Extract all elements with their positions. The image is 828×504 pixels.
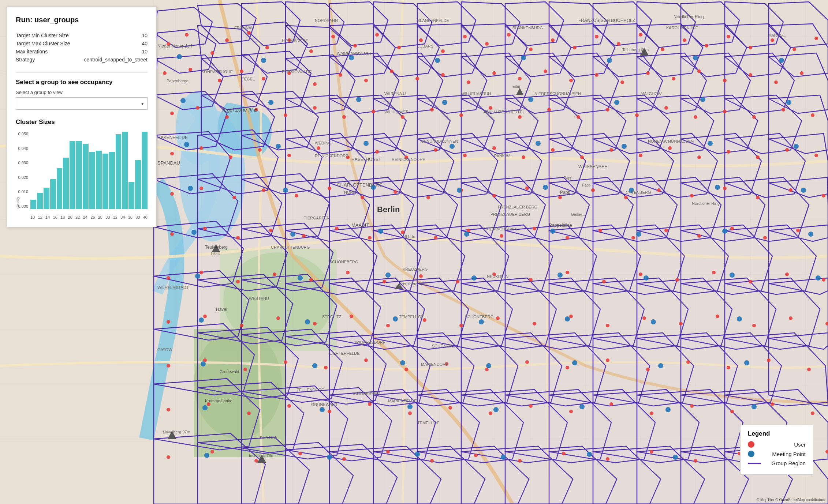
param-value: 10 — [77, 48, 148, 56]
svg-text:Krumme Lanke: Krumme Lanke — [205, 399, 232, 403]
svg-point-268 — [697, 155, 701, 159]
chart-bar — [128, 182, 134, 209]
svg-point-336 — [276, 316, 280, 320]
svg-point-415 — [614, 100, 619, 105]
svg-point-188 — [551, 38, 555, 42]
svg-point-445 — [471, 275, 477, 281]
svg-point-197 — [749, 46, 752, 49]
svg-point-423 — [622, 144, 627, 149]
svg-point-322 — [456, 280, 459, 283]
svg-point-363 — [606, 358, 609, 362]
svg-point-365 — [686, 360, 690, 364]
svg-point-314 — [167, 276, 170, 280]
svg-point-429 — [457, 188, 462, 193]
chart-bar — [89, 152, 95, 209]
svg-point-442 — [195, 274, 200, 279]
svg-text:LICHTENBERG: LICHTENBERG — [622, 190, 651, 195]
svg-point-285 — [558, 196, 562, 199]
svg-point-362 — [566, 366, 569, 369]
svg-text:FROHNAU: FROHNAU — [234, 26, 254, 30]
param-label: Target Max Cluster Size — [16, 40, 77, 48]
svg-point-225 — [774, 80, 778, 84]
x-tick-label: 24 — [83, 215, 87, 219]
svg-point-438 — [550, 229, 555, 234]
svg-text:HASELHORST: HASELHORST — [351, 157, 381, 162]
svg-point-377 — [489, 411, 492, 415]
group-select-wrapper: ▾ — [16, 97, 148, 110]
svg-point-380 — [609, 402, 613, 406]
svg-text:Havelberg 97m: Havelberg 97m — [163, 430, 190, 434]
x-tick-label: 28 — [98, 215, 102, 219]
svg-point-190 — [595, 35, 598, 38]
legend-title: Legend — [748, 430, 806, 437]
svg-point-232 — [313, 106, 317, 110]
group-select-label: Select a group to view — [16, 90, 148, 95]
svg-text:Gerlier...: Gerlier... — [571, 212, 585, 217]
svg-point-375 — [408, 411, 412, 415]
svg-point-364 — [646, 368, 650, 371]
svg-text:BORSIGWALDE: BORSIGWALDE — [282, 69, 312, 74]
y-axis-title: density — [16, 150, 20, 208]
svg-point-193 — [661, 48, 664, 51]
svg-point-204 — [240, 69, 243, 73]
svg-point-295 — [203, 227, 207, 230]
svg-point-229 — [225, 115, 229, 119]
svg-point-186 — [507, 33, 511, 37]
svg-point-201 — [163, 71, 167, 75]
svg-text:MALCHOW: MALCHOW — [641, 91, 662, 96]
svg-point-209 — [364, 79, 368, 82]
svg-point-337 — [313, 322, 317, 326]
svg-point-172 — [210, 51, 214, 55]
svg-point-291 — [756, 196, 760, 199]
svg-point-245 — [694, 115, 697, 119]
svg-point-213 — [467, 80, 470, 84]
svg-point-468 — [579, 404, 585, 409]
x-tick-label: 38 — [135, 215, 140, 219]
svg-point-388 — [254, 459, 258, 463]
svg-point-420 — [363, 141, 369, 146]
svg-text:KAROLINENHOF: KAROLINENHOF — [666, 26, 698, 30]
svg-point-287 — [624, 196, 628, 199]
svg-point-326 — [602, 280, 606, 283]
svg-point-184 — [463, 35, 467, 38]
svg-point-460 — [486, 363, 491, 368]
x-tick-label: 26 — [90, 215, 95, 219]
svg-text:Nördlicher Ring: Nördlicher Ring — [692, 201, 720, 206]
svg-point-286 — [591, 188, 595, 192]
svg-text:WILMERSDORF: WILMERSDORF — [355, 340, 385, 345]
svg-point-430 — [543, 185, 548, 190]
svg-point-199 — [792, 48, 796, 51]
svg-point-200 — [814, 37, 818, 40]
chart-area: 0.0500.0400.0300.0200.0100.000 101214161… — [16, 132, 148, 219]
svg-point-275 — [232, 196, 236, 199]
svg-point-466 — [407, 404, 413, 409]
params-table: Target Min Cluster Size10Target Max Clus… — [16, 31, 148, 64]
svg-text:PANK W...: PANK W... — [494, 154, 513, 158]
svg-point-233 — [342, 115, 346, 119]
svg-point-244 — [664, 106, 668, 110]
x-tick-label: 34 — [120, 215, 125, 219]
svg-point-435 — [290, 232, 295, 237]
svg-point-376 — [448, 406, 452, 410]
svg-text:TEMELHOF: TEMELHOF — [417, 421, 439, 425]
svg-point-453 — [479, 319, 484, 324]
svg-point-306 — [566, 236, 569, 240]
svg-point-187 — [529, 48, 533, 51]
svg-point-330 — [749, 280, 752, 283]
x-tick-label: 32 — [113, 215, 118, 219]
group-select[interactable] — [16, 97, 148, 110]
x-tick-label: 18 — [60, 215, 65, 219]
svg-text:NORD: NORD — [344, 190, 356, 195]
svg-point-341 — [459, 324, 463, 327]
svg-point-292 — [789, 188, 792, 192]
svg-text:STEGLITZ: STEGLITZ — [322, 315, 342, 319]
svg-text:KAROS...: KAROS... — [769, 33, 786, 37]
svg-point-433 — [801, 188, 806, 193]
svg-point-277 — [295, 194, 298, 198]
svg-text:WAIDMANNSLUST: WAIDMANNSLUST — [337, 51, 372, 56]
svg-point-297 — [269, 229, 273, 232]
svg-point-266 — [639, 154, 642, 157]
svg-point-463 — [744, 360, 749, 365]
svg-point-476 — [673, 455, 678, 460]
svg-text:NEUKÖLLN: NEUKÖLLN — [487, 274, 508, 279]
